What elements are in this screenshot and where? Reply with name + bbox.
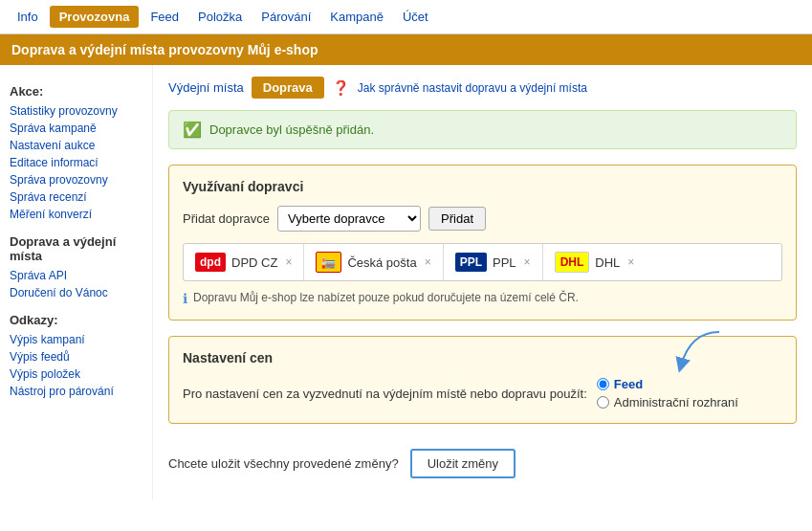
success-icon: ✅ (183, 121, 202, 139)
radio-feed-label: Feed (614, 377, 643, 391)
price-options: Feed Administrační rozhraní (597, 377, 738, 409)
sub-nav: Výdejní místa Doprava ❓ Jak správně nast… (168, 77, 797, 99)
sidebar-item-vypis-polozek[interactable]: Výpis položek (10, 365, 143, 383)
cp-logo: 🏣 (316, 252, 341, 273)
radio-feed-input[interactable] (597, 378, 609, 390)
add-carrier-row: Přidat dopravce Vyberte dopravce Přidat (183, 206, 782, 232)
content-area: Výdejní místa Doprava ❓ Jak správně nast… (153, 65, 812, 499)
cp-remove[interactable]: × (425, 255, 431, 269)
dhl-name: DHL (595, 255, 620, 270)
nav-parovani[interactable]: Párování (253, 6, 318, 28)
save-button[interactable]: Uložit změny (410, 449, 516, 478)
nav-feed[interactable]: Feed (143, 6, 187, 28)
sidebar-item-sprava-api[interactable]: Správa API (10, 267, 143, 284)
save-label: Chcete uložit všechny provedené změny? (168, 456, 399, 471)
sidebar-item-editace-informaci[interactable]: Editace informací (10, 154, 143, 171)
nav-provozovna-active[interactable]: Provozovna (50, 6, 140, 28)
add-carrier-label: Přidat dopravce (183, 211, 270, 226)
main-layout: Akce: Statistiky provozovny Správa kampa… (0, 65, 812, 499)
help-icon: ❓ (332, 79, 350, 97)
radio-admin-label: Administrační rozhraní (614, 395, 738, 409)
sidebar-item-sprava-provozovny[interactable]: Správa provozovny (10, 171, 143, 188)
success-text: Dopravce byl úspěšně přidán. (209, 122, 374, 137)
add-carrier-button[interactable]: Přidat (428, 207, 486, 231)
subnav-vydejni-mista[interactable]: Výdejní místa (168, 80, 244, 95)
dhl-logo: DHL (555, 252, 590, 273)
dhl-remove[interactable]: × (627, 255, 634, 269)
page-header: Doprava a výdejní místa provozovny Můj e… (0, 34, 812, 65)
carriers-title: Využívaní dopravci (183, 179, 782, 194)
sidebar-item-doruceni-vanoce[interactable]: Doručení do Vánoc (10, 284, 143, 301)
sidebar-item-statistiky[interactable]: Statistiky provozovny (10, 102, 143, 120)
sidebar-item-mereni-konverzi[interactable]: Měření konverzí (10, 206, 143, 223)
price-section: Nastavení cen Pro nastavení cen za vyzve… (168, 336, 797, 424)
dpd-logo: dpd (195, 253, 226, 272)
nav-ucet[interactable]: Účet (395, 6, 436, 28)
price-label: Pro nastavení cen za vyzvednutí na výdej… (183, 387, 587, 401)
sidebar-item-nastroj-parovani[interactable]: Nástroj pro párování (10, 383, 143, 400)
nav-polozka[interactable]: Položka (190, 6, 250, 28)
ppl-logo: PPL (455, 253, 487, 272)
carrier-dpd: dpd DPD CZ × (184, 244, 304, 280)
info-circle-icon: ℹ (183, 291, 187, 306)
dpd-remove[interactable]: × (285, 255, 292, 269)
sidebar-item-vypis-kampani[interactable]: Výpis kampaní (10, 331, 143, 348)
nav-kampane[interactable]: Kampaně (322, 6, 391, 28)
sidebar-akce-title: Akce: (10, 84, 143, 99)
page-title: Doprava a výdejní místa provozovny Můj e… (11, 42, 318, 57)
sidebar: Akce: Statistiky provozovny Správa kampa… (0, 65, 153, 499)
carrier-ppl: PPL PPL × (444, 244, 543, 280)
carriers-section: Využívaní dopravci Přidat dopravce Vyber… (168, 165, 797, 321)
carrier-cp: 🏣 Česká pošta × (304, 244, 443, 280)
subnav-doprava-btn[interactable]: Doprava (252, 77, 324, 99)
info-note: ℹ Dopravu Můj e-shop lze nabízet pouze p… (183, 291, 782, 306)
blue-arrow-decoration (662, 327, 729, 375)
success-message: ✅ Dopravce byl úspěšně přidán. (168, 110, 797, 149)
sidebar-odkazy-title: Odkazy: (10, 313, 143, 327)
price-row: Pro nastavení cen za vyzvednutí na výdej… (183, 377, 782, 409)
carrier-dhl: DHL DHL × (543, 244, 647, 280)
top-nav: Info Provozovna Feed Položka Párování Ka… (0, 0, 812, 34)
ppl-remove[interactable]: × (524, 255, 531, 269)
dpd-name: DPD CZ (231, 255, 277, 270)
cp-name: Česká pošta (347, 255, 416, 270)
info-note-text: Dopravu Můj e-shop lze nabízet pouze pok… (193, 291, 579, 304)
radio-feed-option[interactable]: Feed (597, 377, 738, 391)
save-row: Chcete uložit všechny provedené změny? U… (168, 439, 797, 488)
sidebar-item-vypis-feedu[interactable]: Výpis feedů (10, 348, 143, 365)
radio-admin-input[interactable] (597, 396, 609, 409)
help-link[interactable]: Jak správně nastavit dopravu a výdejní m… (358, 81, 587, 95)
sidebar-item-sprava-kampane[interactable]: Správa kampaně (10, 120, 143, 137)
ppl-name: PPL (493, 255, 516, 270)
sidebar-item-nastaveni-aukce[interactable]: Nastavení aukce (10, 137, 143, 154)
nav-info[interactable]: Info (10, 6, 46, 28)
carriers-list: dpd DPD CZ × 🏣 Česká pošta × PPL PPL × D… (183, 243, 782, 281)
radio-admin-option[interactable]: Administrační rozhraní (597, 395, 738, 409)
carrier-select[interactable]: Vyberte dopravce (277, 206, 421, 232)
sidebar-doprava-title: Doprava a výdejní místa (10, 234, 143, 263)
sidebar-item-sprava-recenzi[interactable]: Správa recenzí (10, 188, 143, 206)
